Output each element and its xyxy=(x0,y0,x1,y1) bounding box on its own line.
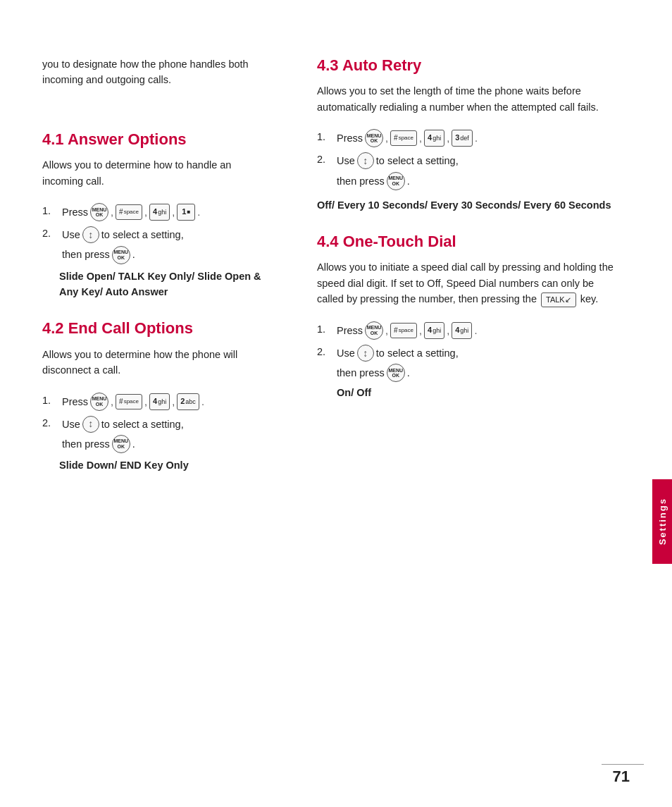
hash-key: #space xyxy=(390,323,417,338)
menu-ok-icon: MENUOK xyxy=(365,321,383,340)
step-num: 2. xyxy=(317,152,334,167)
talk-key: TALK↙ xyxy=(541,292,576,307)
page-content: you to designate how the phone handles b… xyxy=(0,0,672,807)
section-41-options: Slide Open/ TALK Key Only/ Slide Open & … xyxy=(59,269,275,300)
section-41-step2: 2. Use ↕ to select a setting, then press… xyxy=(42,226,275,264)
press-label: Press xyxy=(62,203,88,221)
menu-ok-icon2: MENUOK xyxy=(387,364,405,382)
step2-block: Use ↕ to select a setting, then press ME… xyxy=(62,415,184,453)
on-off-options: On/ Off xyxy=(337,383,459,402)
menu-ok-icon: MENUOK xyxy=(90,203,108,221)
section-41-desc: Allows you to determine how to handle an… xyxy=(42,157,275,189)
nav-icon: ↕ xyxy=(357,152,374,169)
section-44-heading: 4.4 One-Touch Dial xyxy=(317,233,620,251)
step1-content: Press MENUOK , #space , 4 ghi , 1■ . xyxy=(62,203,200,221)
step2-content: Use ↕ to select a setting, xyxy=(62,226,184,244)
section-41-step1: 1. Press MENUOK , #space , 4 ghi , 1■ . xyxy=(42,203,275,221)
step1-content: Press MENUOK , #space , 4 ghi , 4 ghi . xyxy=(337,321,477,340)
step2-then: then press MENUOK . xyxy=(62,245,184,264)
step2-content: Use ↕ to select a setting, xyxy=(337,152,459,170)
section-44: 4.4 One-Touch Dial Allows you to initiat… xyxy=(317,233,620,402)
section-43-desc: Allows you to set the length of time the… xyxy=(317,83,620,115)
menu-ok-icon: MENUOK xyxy=(365,129,383,147)
step-num: 2. xyxy=(42,415,59,431)
step2-then: then press MENUOK . xyxy=(337,172,459,190)
press-label: Press xyxy=(337,321,363,340)
step-num: 2. xyxy=(42,226,59,241)
then-label: then press xyxy=(62,435,110,453)
nav-icon: ↕ xyxy=(82,416,99,433)
nav-icon: ↕ xyxy=(82,226,99,243)
section-43-options: Off/ Every 10 Seconds/ Every 30 Seconds/… xyxy=(317,197,620,213)
menu-ok-icon: MENUOK xyxy=(90,393,108,411)
then-label: then press xyxy=(337,364,385,382)
step-num: 1. xyxy=(42,393,59,408)
4ghi-key: 4 ghi xyxy=(149,393,170,410)
use-label: Use xyxy=(62,226,80,244)
right-column: 4.3 Auto Retry Allows you to set the len… xyxy=(296,0,634,807)
4ghi-key: 4 ghi xyxy=(424,322,444,339)
sidebar-label: Settings xyxy=(657,498,668,545)
4ghi-key: 4 ghi xyxy=(149,204,170,221)
press-label: Press xyxy=(62,393,88,411)
hash-key: #space xyxy=(116,394,142,409)
1-key: 1■ xyxy=(177,204,195,221)
section-43-step2: 2. Use ↕ to select a setting, then press… xyxy=(317,152,620,190)
step1-content: Press MENUOK , #space , 4 ghi , 3 def . xyxy=(337,129,478,147)
section-44-step1: 1. Press MENUOK , #space , 4 ghi , 4 ghi… xyxy=(317,321,620,340)
4ghi-key: 4 ghi xyxy=(424,130,444,147)
section-42-desc: Allows you to determine how the phone wi… xyxy=(42,347,275,378)
then-label: then press xyxy=(337,172,385,190)
section-43-heading: 4.3 Auto Retry xyxy=(317,56,620,75)
3def-key: 3 def xyxy=(452,130,473,147)
step-num: 2. xyxy=(317,344,334,359)
use-label: Use xyxy=(337,152,355,170)
to-select-label: to select a setting, xyxy=(101,226,184,244)
to-select-label: to select a setting, xyxy=(101,415,184,433)
section-44-desc: Allows you to initiate a speed dial call… xyxy=(317,259,620,307)
step2-block: Use ↕ to select a setting, then press ME… xyxy=(337,152,459,190)
section-42-options: Slide Down/ END Key Only xyxy=(59,457,275,473)
section-42-step1: 1. Press MENUOK , #space , 4 ghi , 2 abc… xyxy=(42,393,275,411)
nav-icon: ↕ xyxy=(357,345,374,362)
step2-then: then press MENUOK . xyxy=(62,435,184,453)
section-42-heading: 4.2 End Call Options xyxy=(42,319,275,338)
then-label: then press xyxy=(62,245,110,264)
section-44-step2: 2. Use ↕ to select a setting, then press… xyxy=(317,344,620,402)
step2-then: then press MENUOK . xyxy=(337,364,459,382)
use-label: Use xyxy=(337,344,355,362)
step2-block: Use ↕ to select a setting, then press ME… xyxy=(62,226,184,264)
page-number: 71 xyxy=(613,768,630,786)
4ghi-key2: 4 ghi xyxy=(452,322,472,339)
to-select-label: to select a setting, xyxy=(376,152,459,170)
section-42: 4.2 End Call Options Allows you to deter… xyxy=(42,319,275,473)
step-num: 1. xyxy=(42,203,59,218)
menu-ok-icon2: MENUOK xyxy=(387,172,405,190)
left-column: you to designate how the phone handles b… xyxy=(0,0,296,807)
section-41: 4.1 Answer Options Allows you to determi… xyxy=(42,130,275,300)
to-select-label: to select a setting, xyxy=(376,344,459,362)
settings-sidebar-tab: Settings xyxy=(652,479,672,564)
section-43-step1: 1. Press MENUOK , #space , 4 ghi , 3 def… xyxy=(317,129,620,147)
section-41-heading: 4.1 Answer Options xyxy=(42,130,275,149)
intro-text: you to designate how the phone handles b… xyxy=(42,56,275,88)
hash-key: #space xyxy=(116,204,142,220)
2abc-key: 2 abc xyxy=(177,393,199,410)
use-label: Use xyxy=(62,415,80,433)
step1-content: Press MENUOK , #space , 4 ghi , 2 abc . xyxy=(62,393,204,411)
step2-content: Use ↕ to select a setting, xyxy=(62,415,184,433)
press-label: Press xyxy=(337,129,363,147)
step-num: 1. xyxy=(317,129,334,144)
step2-block: Use ↕ to select a setting, then press ME… xyxy=(337,344,459,402)
section-42-step2: 2. Use ↕ to select a setting, then press… xyxy=(42,415,275,453)
section-43: 4.3 Auto Retry Allows you to set the len… xyxy=(317,56,620,213)
page-number-line xyxy=(602,764,644,765)
step2-content: Use ↕ to select a setting, xyxy=(337,344,459,362)
menu-ok-icon2: MENUOK xyxy=(112,435,130,453)
step-num: 1. xyxy=(317,321,334,337)
hash-key: #space xyxy=(390,130,417,146)
menu-ok-icon2: MENUOK xyxy=(112,246,130,264)
